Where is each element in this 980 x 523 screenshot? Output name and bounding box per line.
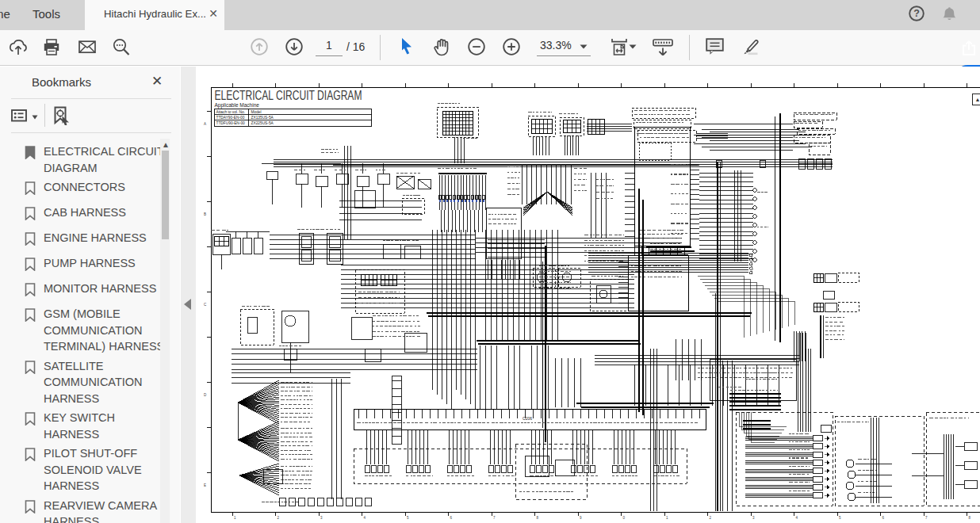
svg-text:C: C <box>204 303 207 307</box>
svg-text:7: 7 <box>925 516 928 520</box>
svg-text:6: 6 <box>882 516 885 520</box>
svg-text:6: 6 <box>450 516 453 520</box>
svg-text:5: 5 <box>407 516 409 520</box>
svg-text:3: 3 <box>320 516 323 520</box>
svg-text:TTDFU90-EN-00: TTDFU90-EN-00 <box>216 121 246 125</box>
svg-text:▲: ▲ <box>975 97 980 102</box>
svg-text:1: 1 <box>666 516 668 520</box>
svg-text:ZX225US-5A: ZX225US-5A <box>251 121 274 125</box>
svg-text:2: 2 <box>278 516 280 520</box>
svg-text:?: ? <box>913 8 920 19</box>
svg-text:4: 4 <box>364 516 366 520</box>
svg-text:TTDAY90-EN-00: TTDAY90-EN-00 <box>216 116 245 120</box>
svg-text:Attach to vol. No.: Attach to vol. No. <box>216 110 246 114</box>
svg-text:9: 9 <box>580 516 582 520</box>
svg-text:5: 5 <box>839 516 841 520</box>
svg-text:ZX135US-5A: ZX135US-5A <box>251 116 274 120</box>
svg-text:8: 8 <box>969 516 971 520</box>
svg-text:Model: Model <box>251 110 262 114</box>
svg-text:ELECTRICAL CIRCUIT DIAGRAM: ELECTRICAL CIRCUIT DIAGRAM <box>215 88 362 103</box>
svg-text:4: 4 <box>796 516 798 520</box>
svg-text:D: D <box>204 393 207 397</box>
svg-text:0: 0 <box>623 516 626 520</box>
svg-text:C206: C206 <box>523 416 532 421</box>
svg-text:E: E <box>204 483 206 487</box>
svg-text:7: 7 <box>493 516 496 520</box>
svg-text:2: 2 <box>710 516 712 520</box>
svg-text:8: 8 <box>537 516 539 520</box>
svg-text:1: 1 <box>234 516 236 520</box>
svg-text:B: B <box>204 212 206 216</box>
svg-text:Applicable Machine: Applicable Machine <box>215 102 260 109</box>
svg-text:3: 3 <box>752 516 755 520</box>
svg-text:A: A <box>204 122 206 126</box>
